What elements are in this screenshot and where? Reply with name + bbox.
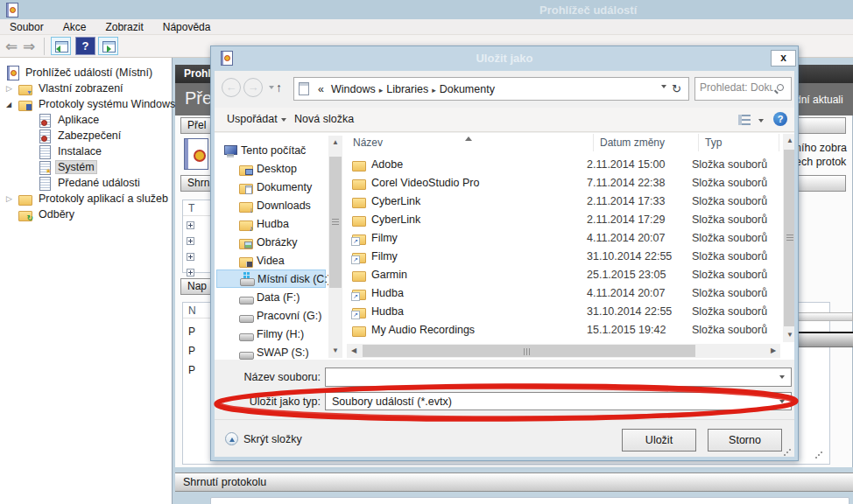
expand-plus-icon[interactable] [187,253,194,261]
menu-soubor[interactable]: Soubor [0,21,53,33]
up-button[interactable]: ↑ [276,80,282,94]
expander-icon[interactable] [6,100,18,108]
nav-item-obrazky[interactable]: Obrázky [216,233,326,251]
change-view-icon[interactable] [738,115,751,125]
save-button[interactable]: Uložit [622,429,696,452]
file-list-scrollbar[interactable]: ▲ ▼ [783,134,794,342]
nav-item-videa[interactable]: Videa [216,251,326,270]
scrollbar-thumb[interactable] [784,150,794,326]
cancel-button[interactable]: Storno [708,429,782,452]
file-row[interactable]: Corel VideoStudio Pro7.11.2014 22:38Slož… [350,173,767,192]
breadcrumb-libraries[interactable]: Libraries [383,83,432,95]
column-header-name[interactable]: Název [347,134,594,151]
address-dropdown-caret-icon[interactable] [661,85,666,91]
resize-grip[interactable] [814,451,822,458]
help-icon[interactable]: ? [773,112,787,126]
file-date: 31.10.2014 22:55 [587,250,692,262]
expand-plus-icon[interactable] [187,269,194,276]
hide-folders-label: Skrýt složky [243,433,302,445]
breadcrumb-dokumenty[interactable]: Dokumenty [436,83,498,95]
file-row[interactable]: Hudba31.10.2014 22:55Složka souborů [350,302,767,320]
scroll-up-icon[interactable]: ▲ [783,134,794,148]
horizontal-scrollbar[interactable]: ◀ ▶ [347,344,780,358]
nav-item-pracovni-g[interactable]: Pracovní (G:) [216,306,326,325]
drive-icon [239,290,253,304]
tree-item-app-service-logs[interactable]: Protokoly aplikací a služeb [0,191,172,206]
tree-item-aplikace[interactable]: Aplikace [0,112,172,128]
help-button[interactable]: ? [75,37,95,55]
main-window-title: Prohlížeč událostí [539,4,637,17]
scroll-down-icon[interactable]: ▼ [783,328,794,342]
file-row[interactable]: CyberLink2.11.2014 17:29Složka souborů [350,210,767,228]
tree-item-odbery[interactable]: Odběry [0,206,172,222]
tree-item-instalace[interactable]: Instalace [0,144,172,159]
file-row[interactable]: Hudba4.11.2014 20:07Složka souborů [350,284,767,302]
forward-arrow-icon[interactable]: ⇒ [23,38,35,56]
file-row[interactable]: Filmy31.10.2014 22:55Složka souborů [350,247,767,265]
back-button[interactable]: ← [222,78,241,97]
drive-icon [239,309,253,323]
nav-item-hudba[interactable]: Hudba [216,214,326,233]
scroll-right-icon[interactable]: ▶ [766,344,780,358]
recent-locations-caret-icon[interactable] [269,86,274,92]
back-arrow-icon[interactable]: ⇐ [5,38,18,56]
column-header-type[interactable]: Typ [699,134,779,151]
breadcrumb-overflow-chevron[interactable]: « [314,83,328,95]
tree-item-custom-views[interactable]: Vlastní zobrazení [0,80,172,96]
close-button[interactable]: x [771,50,796,66]
dialog-resize-grip[interactable] [783,448,791,456]
expander-icon[interactable] [6,194,18,203]
nav-item-data-f[interactable]: Data (F:) [216,288,326,306]
expand-plus-icon[interactable] [187,221,194,229]
search-icon[interactable] [777,84,784,91]
log-summary-section-bar[interactable]: Shrnutí protokolu [175,472,853,492]
file-name-combobox[interactable] [325,368,792,387]
file-row[interactable]: My Audio Recordings15.1.2015 19:42Složka… [350,320,767,339]
menu-zobrazit[interactable]: Zobrazit [95,21,152,33]
tree-item-event-viewer-root[interactable]: Prohlížeč událostí (Místní) [0,65,172,80]
tree-item-windows-logs[interactable]: Protokoly systému Windows [0,96,172,112]
file-row[interactable]: Adobe2.11.2014 15:00Složka souborů [350,155,767,173]
menu-napoveda[interactable]: Nápověda [153,21,221,33]
tree-item-zabezpeceni[interactable]: Zabezpečení [0,128,172,144]
scroll-left-icon[interactable]: ◀ [347,344,361,358]
forward-button[interactable]: → [243,78,263,97]
nav-item-desktop[interactable]: Desktop [216,159,326,178]
view-caret-icon[interactable] [758,119,764,125]
search-input[interactable] [700,81,773,94]
nav-label: Hudba [257,218,289,230]
breadcrumb-windows[interactable]: Windows [328,83,379,95]
tree-item-predane-udalosti[interactable]: Předané události [0,175,172,191]
file-row[interactable]: CyberLink2.11.2014 17:33Složka souborů [350,192,767,210]
nav-item-swap-s[interactable]: SWAP (S:) [216,343,326,361]
save-type-combobox[interactable]: Soubory událostí (*.evtx) [325,392,792,410]
file-name-dropdown-icon[interactable] [779,375,785,382]
nav-scrollbar[interactable]: ▲ ▼ [328,136,342,358]
scrollbar-thumb[interactable] [363,345,695,357]
address-bar[interactable]: « Windows Libraries Dokumenty ↻ [293,77,689,101]
hide-folders-button[interactable]: Skrýt složky [225,432,302,445]
nav-item-downloads[interactable]: Downloads [216,196,326,214]
nav-item-filmy-h[interactable]: Filmy (H:) [216,325,326,343]
file-row[interactable]: Garmin25.1.2015 23:05Složka souborů [350,265,767,284]
show-action-pane-button[interactable] [98,37,118,55]
tree-item-label: Instalace [55,144,104,158]
new-folder-button[interactable]: Nová složka [294,113,354,125]
menu-akce[interactable]: Akce [53,21,96,33]
nav-item-mistni-disk-c[interactable]: Místní disk (C:) [216,270,326,288]
scroll-up-icon[interactable]: ▲ [328,136,342,150]
expand-plus-icon[interactable] [187,237,194,245]
file-name: Corel VideoStudio Pro [371,177,587,189]
expander-icon[interactable] [6,84,18,93]
show-console-tree-button[interactable] [51,37,71,55]
nav-item-tento-pocitac[interactable]: Tento počítač [216,141,326,159]
scroll-down-icon[interactable]: ▼ [328,344,342,358]
tree-item-system[interactable]: Systém [0,159,172,175]
file-row[interactable]: Filmy4.11.2014 20:07Složka souborů [350,228,767,247]
save-type-dropdown-icon[interactable] [779,400,785,406]
nav-item-dokumenty[interactable]: Dokumenty [216,178,326,196]
column-header-date[interactable]: Datum změny [594,134,699,151]
organize-button[interactable]: Uspořádat [227,113,286,125]
scrollbar-thumb[interactable] [329,157,342,288]
refresh-icon[interactable]: ↻ [666,82,688,95]
